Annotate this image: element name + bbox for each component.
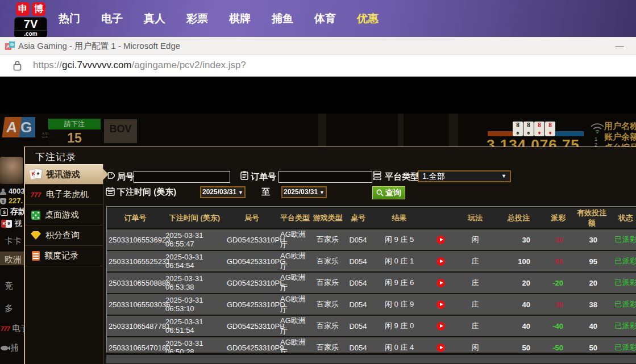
cell-status: 已派彩 — [609, 337, 636, 353]
bet-table: 订单号 下注时间 (美东) 局号 平台类型 游戏类型 桌号 结果 玩法 总投注 … — [106, 206, 636, 353]
nav-item-sports[interactable]: 体育 — [314, 11, 336, 26]
sidebar-item-slots[interactable]: 777 电子老虎机 — [25, 185, 103, 205]
bet-table-container: 订单号 下注时间 (美东) 局号 平台类型 游戏类型 桌号 结果 玩法 总投注 … — [106, 206, 636, 353]
table-row: 250331065536923 2025-03-31 06:55:47 GD05… — [107, 229, 636, 250]
platform-type-select[interactable]: 1.全部 ▼ — [418, 170, 511, 182]
replay-button[interactable] — [437, 344, 445, 352]
round-number-label: 局号 — [117, 171, 134, 182]
order-number-label: 订单号 — [251, 171, 276, 182]
cell-platform: AG欧洲厅 — [278, 337, 311, 353]
cell-payout: 95 — [542, 251, 575, 271]
dealt-cards: 8♠ 8♠ 8♦ 8♦ — [513, 122, 555, 136]
cell-round: GD054253310PD — [225, 294, 278, 315]
calendar-icon — [106, 187, 115, 198]
replay-button[interactable] — [437, 236, 445, 244]
nav-item-hot[interactable]: 热门 — [59, 11, 80, 26]
sidebar-label: 积分查询 — [45, 230, 80, 241]
date-from-value: 2025/03/31 — [202, 188, 236, 196]
dollar-icon: $ — [1, 208, 8, 216]
cell-game: 百家乐 — [311, 337, 344, 353]
cell-replay — [426, 229, 455, 250]
europe-fragment[interactable]: 欧洲 — [5, 254, 22, 265]
minimize-button[interactable]: — — [612, 39, 627, 53]
cell-replay — [426, 273, 455, 293]
cell-status: 已派彩 — [609, 294, 636, 315]
site-nav-items: 热门 电子 真人 彩票 棋牌 捕鱼 体育 优惠 — [59, 0, 379, 37]
window-title: Asia Gaming - 用户配置 1 - Microsoft Edge — [18, 41, 180, 52]
nav-item-lottery[interactable]: 彩票 — [186, 11, 208, 26]
cell-platform: AG欧洲厅 — [278, 273, 311, 293]
col-bet: 总投注 — [496, 208, 542, 228]
round-number-input[interactable] — [134, 171, 230, 183]
cell-replay — [426, 337, 455, 353]
sidebar-item-table-games[interactable]: 桌面游戏 — [25, 205, 103, 225]
balance-fragment: 227. — [9, 196, 23, 205]
nav-item-live[interactable]: 真人 — [144, 11, 165, 26]
replay-button[interactable] — [437, 300, 445, 309]
cell-payout: -40 — [542, 316, 575, 336]
fish-icon — [1, 346, 8, 350]
chevron-down-icon: ▼ — [238, 190, 243, 195]
sidebar-item-video-games[interactable]: K♠ 视讯游戏 — [25, 164, 103, 185]
date-from-picker[interactable]: 2025/03/31▼ — [200, 186, 246, 198]
cell-order: 250331065525231 — [107, 251, 164, 271]
cell-time: 2025-03-31 06:53:10 — [164, 294, 225, 315]
cell-table: D054 — [344, 251, 372, 271]
table-footer-strip — [106, 355, 636, 363]
sidebar-label: 电子老虎机 — [46, 189, 89, 200]
nav-item-boardgames[interactable]: 棋牌 — [229, 11, 251, 26]
video-games-fragment: 视 — [14, 219, 22, 228]
cell-time: 2025-03-31 06:54:54 — [164, 251, 225, 271]
replay-button[interactable] — [437, 257, 445, 266]
cell-valid: 30 — [575, 229, 609, 250]
replay-button[interactable] — [437, 322, 445, 330]
replay-button[interactable] — [437, 279, 445, 287]
cell-payout: -20 — [542, 273, 575, 293]
bov-sign: BOV — [104, 119, 137, 143]
nav-item-slots[interactable]: 电子 — [101, 11, 123, 26]
cell-table: D054 — [344, 316, 372, 336]
address-bar[interactable]: https://gci.7vvvvvv.com/agingame/pcv2/in… — [0, 55, 636, 77]
search-icon — [376, 189, 384, 196]
slot-777-icon: 777 — [1, 326, 10, 332]
logo-square-1: 申 — [16, 2, 30, 16]
nav-item-fishing[interactable]: 捕鱼 — [272, 11, 293, 26]
cell-order: 250331065470180 — [107, 337, 164, 353]
card-8-spade: 8♠ — [523, 122, 534, 136]
kaka-fragment[interactable]: 卡卡 — [5, 236, 22, 246]
playing-cards-icon: K♠ — [30, 169, 41, 180]
lock-icon — [13, 60, 22, 73]
url-path: /agingame/pcv2/index.jsp? — [132, 60, 246, 70]
cell-order: 250331065487781 — [107, 316, 164, 336]
site-logo[interactable]: 申 博 7V .com — [8, 2, 53, 37]
table-row: 250331065503036 2025-03-31 06:53:10 GD05… — [107, 294, 636, 315]
gem-icon — [31, 231, 41, 240]
cell-game: 百家乐 — [311, 294, 344, 315]
cell-round: GD054253310PB — [225, 316, 278, 336]
site-navbar: 申 博 7V .com 热门 电子 真人 彩票 棋牌 捕鱼 体育 优惠 — [0, 0, 636, 37]
user-avatar — [0, 157, 23, 184]
sidebar-item-points-query[interactable]: 积分查询 — [25, 225, 103, 246]
nav-item-promos[interactable]: 优惠 — [357, 11, 379, 26]
cell-replay — [426, 251, 455, 271]
duo-fragment[interactable]: 多 — [5, 303, 13, 314]
date-to-picker[interactable]: 2025/03/31▼ — [281, 186, 327, 198]
seat-numbers: 12 — [595, 136, 597, 147]
jing-fragment[interactable]: 竞 — [5, 281, 13, 291]
window-titlebar: A G Asia Gaming - 用户配置 1 - Microsoft Edg… — [0, 37, 636, 55]
cell-replay — [426, 294, 455, 315]
logo-square-2: 博 — [32, 2, 45, 16]
cell-round: GD054253310PH — [225, 229, 278, 250]
sidebar-item-credit-records[interactable]: 额度记录 — [25, 246, 103, 266]
cell-table: D054 — [344, 294, 372, 315]
cell-bet: 100 — [496, 251, 542, 271]
search-button[interactable]: 查询 — [372, 186, 405, 199]
cell-result: 闲 9 庄 5 — [372, 229, 426, 250]
url-scheme: https:// — [33, 60, 62, 70]
url-text[interactable]: https://gci.7vvvvvv.com/agingame/pcv2/in… — [33, 60, 246, 71]
jackpot-amount: 3,134,076.75 — [487, 136, 580, 147]
order-number-input[interactable] — [278, 171, 372, 183]
lobby-left-strip: 4003 $ 227. $ 存款 K9 视 卡卡 欧洲 竞 多 777 电子 捕 — [0, 147, 24, 364]
search-button-label: 查询 — [385, 188, 401, 198]
col-status: 状态 — [609, 208, 636, 228]
